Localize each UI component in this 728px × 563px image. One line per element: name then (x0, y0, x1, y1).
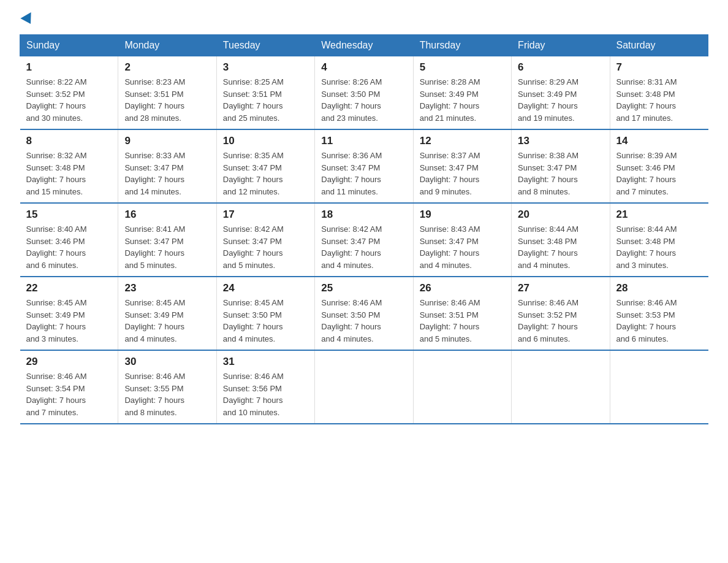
calendar-cell: 1 Sunrise: 8:22 AMSunset: 3:52 PMDayligh… (20, 56, 118, 130)
day-number: 9 (124, 135, 210, 147)
calendar-cell (610, 350, 708, 424)
calendar-cell: 8 Sunrise: 8:32 AMSunset: 3:48 PMDayligh… (20, 129, 118, 203)
calendar-cell: 28 Sunrise: 8:46 AMSunset: 3:53 PMDaylig… (610, 277, 708, 350)
day-number: 7 (616, 61, 702, 74)
calendar-cell: 12 Sunrise: 8:37 AMSunset: 3:47 PMDaylig… (413, 129, 511, 203)
day-number: 14 (616, 135, 702, 147)
day-info: Sunrise: 8:41 AMSunset: 3:47 PMDaylight:… (124, 224, 185, 270)
calendar-cell (413, 350, 511, 424)
day-info: Sunrise: 8:42 AMSunset: 3:47 PMDaylight:… (321, 224, 382, 270)
day-info: Sunrise: 8:45 AMSunset: 3:49 PMDaylight:… (26, 298, 87, 343)
calendar-cell: 4 Sunrise: 8:26 AMSunset: 3:50 PMDayligh… (315, 56, 413, 130)
day-number: 10 (223, 135, 308, 147)
day-info: Sunrise: 8:46 AMSunset: 3:52 PMDaylight:… (518, 298, 578, 343)
day-number: 5 (420, 61, 505, 74)
calendar-week-row: 8 Sunrise: 8:32 AMSunset: 3:48 PMDayligh… (20, 129, 708, 203)
day-info: Sunrise: 8:36 AMSunset: 3:47 PMDaylight:… (321, 151, 382, 196)
day-info: Sunrise: 8:29 AMSunset: 3:49 PMDaylight:… (518, 77, 578, 123)
calendar-cell (315, 350, 413, 424)
calendar-cell: 10 Sunrise: 8:35 AMSunset: 3:47 PMDaylig… (216, 129, 314, 203)
calendar-cell: 2 Sunrise: 8:23 AMSunset: 3:51 PMDayligh… (118, 56, 216, 130)
day-number: 15 (26, 209, 112, 221)
calendar-cell: 24 Sunrise: 8:45 AMSunset: 3:50 PMDaylig… (216, 277, 314, 350)
calendar-cell: 11 Sunrise: 8:36 AMSunset: 3:47 PMDaylig… (315, 129, 413, 203)
day-number: 3 (223, 61, 308, 74)
calendar-cell: 14 Sunrise: 8:39 AMSunset: 3:46 PMDaylig… (610, 129, 708, 203)
day-info: Sunrise: 8:39 AMSunset: 3:46 PMDaylight:… (616, 151, 677, 196)
weekday-header-wednesday: Wednesday (315, 35, 413, 56)
day-info: Sunrise: 8:44 AMSunset: 3:48 PMDaylight:… (616, 224, 677, 270)
day-number: 4 (321, 61, 406, 74)
day-number: 25 (321, 282, 406, 294)
calendar-week-row: 1 Sunrise: 8:22 AMSunset: 3:52 PMDayligh… (20, 56, 708, 130)
day-number: 26 (420, 282, 505, 294)
day-info: Sunrise: 8:46 AMSunset: 3:51 PMDaylight:… (420, 298, 480, 343)
calendar-cell: 15 Sunrise: 8:40 AMSunset: 3:46 PMDaylig… (20, 203, 118, 277)
calendar-cell: 9 Sunrise: 8:33 AMSunset: 3:47 PMDayligh… (118, 129, 216, 203)
day-number: 24 (223, 282, 308, 294)
day-info: Sunrise: 8:46 AMSunset: 3:54 PMDaylight:… (26, 372, 87, 417)
day-info: Sunrise: 8:31 AMSunset: 3:48 PMDaylight:… (616, 77, 677, 123)
day-number: 12 (420, 135, 505, 147)
calendar-cell: 16 Sunrise: 8:41 AMSunset: 3:47 PMDaylig… (118, 203, 216, 277)
calendar-cell: 21 Sunrise: 8:44 AMSunset: 3:48 PMDaylig… (610, 203, 708, 277)
calendar-cell: 20 Sunrise: 8:44 AMSunset: 3:48 PMDaylig… (512, 203, 610, 277)
day-info: Sunrise: 8:46 AMSunset: 3:50 PMDaylight:… (321, 298, 382, 343)
day-number: 11 (321, 135, 406, 147)
weekday-header-saturday: Saturday (610, 35, 708, 56)
day-number: 17 (223, 209, 308, 221)
day-number: 18 (321, 209, 406, 221)
weekday-header-friday: Friday (512, 35, 610, 56)
calendar-week-row: 15 Sunrise: 8:40 AMSunset: 3:46 PMDaylig… (20, 203, 708, 277)
day-info: Sunrise: 8:46 AMSunset: 3:56 PMDaylight:… (223, 372, 284, 417)
calendar-cell: 26 Sunrise: 8:46 AMSunset: 3:51 PMDaylig… (413, 277, 511, 350)
day-number: 13 (518, 135, 603, 147)
calendar-cell: 31 Sunrise: 8:46 AMSunset: 3:56 PMDaylig… (216, 350, 314, 424)
calendar-cell: 17 Sunrise: 8:42 AMSunset: 3:47 PMDaylig… (216, 203, 314, 277)
day-info: Sunrise: 8:42 AMSunset: 3:47 PMDaylight:… (223, 224, 284, 270)
day-info: Sunrise: 8:25 AMSunset: 3:51 PMDaylight:… (223, 77, 284, 123)
calendar-cell: 29 Sunrise: 8:46 AMSunset: 3:54 PMDaylig… (20, 350, 118, 424)
calendar-cell: 7 Sunrise: 8:31 AMSunset: 3:48 PMDayligh… (610, 56, 708, 130)
day-info: Sunrise: 8:46 AMSunset: 3:55 PMDaylight:… (124, 372, 185, 417)
day-number: 23 (124, 282, 210, 294)
calendar-cell: 25 Sunrise: 8:46 AMSunset: 3:50 PMDaylig… (315, 277, 413, 350)
calendar-week-row: 29 Sunrise: 8:46 AMSunset: 3:54 PMDaylig… (20, 350, 708, 424)
day-number: 28 (616, 282, 702, 294)
day-info: Sunrise: 8:44 AMSunset: 3:48 PMDaylight:… (518, 224, 578, 270)
day-number: 30 (124, 356, 210, 368)
calendar-cell: 13 Sunrise: 8:38 AMSunset: 3:47 PMDaylig… (512, 129, 610, 203)
day-info: Sunrise: 8:45 AMSunset: 3:50 PMDaylight:… (223, 298, 284, 343)
calendar-week-row: 22 Sunrise: 8:45 AMSunset: 3:49 PMDaylig… (20, 277, 708, 350)
day-info: Sunrise: 8:28 AMSunset: 3:49 PMDaylight:… (420, 77, 480, 123)
day-info: Sunrise: 8:46 AMSunset: 3:53 PMDaylight:… (616, 298, 677, 343)
day-number: 29 (26, 356, 112, 368)
day-info: Sunrise: 8:33 AMSunset: 3:47 PMDaylight:… (124, 151, 185, 196)
day-number: 2 (124, 61, 210, 74)
day-info: Sunrise: 8:43 AMSunset: 3:47 PMDaylight:… (420, 224, 480, 270)
calendar-cell: 27 Sunrise: 8:46 AMSunset: 3:52 PMDaylig… (512, 277, 610, 350)
day-info: Sunrise: 8:45 AMSunset: 3:49 PMDaylight:… (124, 298, 185, 343)
day-number: 8 (26, 135, 112, 147)
day-info: Sunrise: 8:40 AMSunset: 3:46 PMDaylight:… (26, 224, 87, 270)
calendar-cell: 22 Sunrise: 8:45 AMSunset: 3:49 PMDaylig… (20, 277, 118, 350)
day-number: 31 (223, 356, 308, 368)
day-number: 27 (518, 282, 603, 294)
calendar-cell: 19 Sunrise: 8:43 AMSunset: 3:47 PMDaylig… (413, 203, 511, 277)
calendar-cell (512, 350, 610, 424)
weekday-header-row: SundayMondayTuesdayWednesdayThursdayFrid… (20, 35, 708, 56)
day-info: Sunrise: 8:26 AMSunset: 3:50 PMDaylight:… (321, 77, 382, 123)
calendar-cell: 23 Sunrise: 8:45 AMSunset: 3:49 PMDaylig… (118, 277, 216, 350)
day-info: Sunrise: 8:35 AMSunset: 3:47 PMDaylight:… (223, 151, 284, 196)
weekday-header-sunday: Sunday (20, 35, 118, 56)
day-number: 6 (518, 61, 603, 74)
day-number: 21 (616, 209, 702, 221)
calendar-cell: 18 Sunrise: 8:42 AMSunset: 3:47 PMDaylig… (315, 203, 413, 277)
page-header (20, 15, 708, 25)
day-info: Sunrise: 8:37 AMSunset: 3:47 PMDaylight:… (420, 151, 480, 196)
weekday-header-tuesday: Tuesday (216, 35, 314, 56)
weekday-header-monday: Monday (118, 35, 216, 56)
calendar-cell: 3 Sunrise: 8:25 AMSunset: 3:51 PMDayligh… (216, 56, 314, 130)
day-number: 19 (420, 209, 505, 221)
day-number: 20 (518, 209, 603, 221)
